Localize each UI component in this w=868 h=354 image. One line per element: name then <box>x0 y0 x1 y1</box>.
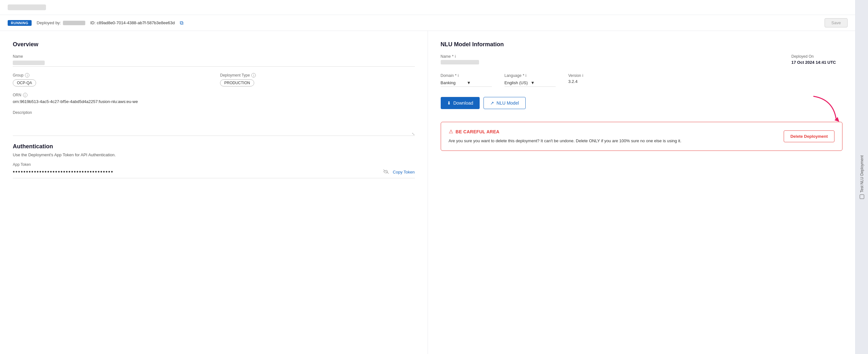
deployed-by-row: Deployed by: <box>37 21 85 25</box>
copy-token-link[interactable]: Copy Token <box>393 170 414 174</box>
careful-title: BE CAREFUL AREA <box>456 129 500 134</box>
nlu-model-button[interactable]: ↗ NLU Model <box>484 97 526 109</box>
deployed-on-label: Deployed On <box>792 54 842 59</box>
save-button[interactable]: Save <box>825 18 847 28</box>
download-button[interactable]: ⬇ Download <box>441 97 480 109</box>
nlu-language-select[interactable]: English (US) ▼ <box>504 79 556 87</box>
description-label: Description <box>13 110 415 115</box>
nlu-name-field: Name * i <box>441 54 479 66</box>
app-token-label: App Token <box>13 162 415 167</box>
nlu-domain-field: Domain * i Banking ▼ <box>441 73 492 87</box>
id-label: ID: <box>90 21 96 25</box>
resize-icon: ⤡ <box>412 132 415 136</box>
nlu-name-label: Name * i <box>441 54 479 59</box>
careful-area: ⚠ BE CAREFUL AREA Are you sure you want … <box>441 122 843 151</box>
orn-label: ORN i <box>13 93 415 97</box>
deployed-by-value-blur <box>63 21 85 25</box>
deployed-on-value: 17 Oct 2024 14:41 UTC <box>792 60 842 65</box>
action-buttons: ⬇ Download ↗ NLU Model <box>441 97 843 109</box>
deployment-id-row: ID: c89ad8e0-7014-4388-ab7f-587b3e8ee63d <box>90 21 175 25</box>
orn-info-icon[interactable]: i <box>23 93 28 97</box>
left-panel: Overview Name Group i OCP-QA <box>0 31 428 354</box>
nlu-domain-label: Domain * i <box>441 73 492 78</box>
description-textarea[interactable] <box>13 117 415 136</box>
description-textarea-wrapper: ⤡ <box>13 117 415 137</box>
status-badge: RUNNING <box>8 20 32 26</box>
nlu-version-value: 3.2.4 <box>568 79 594 84</box>
status-row: RUNNING Deployed by: ID: c89ad8e0-7014-4… <box>0 15 855 31</box>
nlu-domain-select[interactable]: Banking ▼ <box>441 79 492 87</box>
nlu-version-info-icon[interactable]: i <box>583 73 584 78</box>
nlu-deployed-on-field: Deployed On 17 Oct 2024 14:41 UTC <box>792 54 842 71</box>
deployment-type-field: Deployment Type i PRODUCTION <box>220 73 414 86</box>
name-value-blur <box>13 61 45 65</box>
token-dots: •••••••••••••••••••••••••••••••••••••• <box>13 169 379 175</box>
svg-marker-0 <box>834 117 839 122</box>
overview-title: Overview <box>13 41 415 48</box>
nlu-name-value-blur <box>441 60 479 64</box>
page-title-blur <box>8 4 46 10</box>
top-bar <box>0 0 855 15</box>
authentication-title: Authentication <box>13 143 415 150</box>
inline-fields-row: Group i OCP-QA Deployment Type i PRODUCT… <box>13 73 415 86</box>
sidebar-right-label: Test NLU Deployment <box>860 155 864 199</box>
nlu-middle-row: Domain * i Banking ▼ Language * i <box>441 73 843 92</box>
nlu-top-row: Name * i Deployed On 17 Oct 2024 14:41 U… <box>441 54 843 71</box>
nlu-language-label: Language * i <box>504 73 556 78</box>
group-field: Group i OCP-QA <box>13 73 207 86</box>
description-field-group: Description ⤡ <box>13 110 415 137</box>
nlu-version-label: Version i <box>568 73 594 78</box>
language-chevron-icon: ▼ <box>531 80 556 85</box>
deployment-type-value: PRODUCTION <box>220 79 254 86</box>
deployment-type-info-icon[interactable]: i <box>251 73 256 77</box>
nlu-name-info-icon[interactable]: i <box>455 54 456 59</box>
group-info-icon[interactable]: i <box>25 73 29 77</box>
careful-area-wrapper: ⚠ BE CAREFUL AREA Are you sure you want … <box>441 122 843 151</box>
copy-id-icon[interactable]: ⧉ <box>180 20 183 26</box>
sidebar-right-panel: Test NLU Deployment <box>855 0 868 354</box>
nlu-domain-info-icon[interactable]: i <box>458 73 459 78</box>
chat-icon <box>860 194 864 199</box>
download-icon: ⬇ <box>447 101 451 106</box>
auth-description: Use the Deployment's App Token for API A… <box>13 152 415 157</box>
deployment-type-label: Deployment Type i <box>220 73 414 77</box>
orn-value: orn:9619b513-4ac5-4c27-bf5e-4abd5d4a2257… <box>13 99 415 104</box>
group-value: OCP-QA <box>13 79 36 86</box>
delete-deployment-button[interactable]: Delete Deployment <box>784 131 834 142</box>
careful-content: ⚠ BE CAREFUL AREA Are you sure you want … <box>449 129 777 144</box>
main-content: RUNNING Deployed by: ID: c89ad8e0-7014-4… <box>0 0 855 354</box>
orn-field-group: ORN i orn:9619b513-4ac5-4c27-bf5e-4abd5d… <box>13 93 415 104</box>
nlu-language-info-icon[interactable]: i <box>526 73 527 78</box>
careful-header: ⚠ BE CAREFUL AREA <box>449 129 777 135</box>
name-label: Name <box>13 54 415 59</box>
right-panel: NLU Model Information Name * i Deployed … <box>428 31 856 354</box>
warning-icon: ⚠ <box>449 129 453 135</box>
careful-text: Are you sure you want to delete this dep… <box>449 138 777 144</box>
domain-chevron-icon: ▼ <box>467 80 492 85</box>
nlu-version-field: Version i 3.2.4 <box>568 73 594 92</box>
id-value: c89ad8e0-7014-4388-ab7f-587b3e8ee63d <box>97 21 175 25</box>
deployed-by-label: Deployed by: <box>37 21 61 25</box>
nlu-language-field: Language * i English (US) ▼ <box>504 73 556 87</box>
content-area: Overview Name Group i OCP-QA <box>0 31 855 354</box>
nlu-model-title: NLU Model Information <box>441 41 843 48</box>
token-row: •••••••••••••••••••••••••••••••••••••• C… <box>13 169 415 178</box>
name-field-group: Name <box>13 54 415 67</box>
group-label: Group i <box>13 73 207 77</box>
toggle-token-visibility-icon[interactable] <box>383 169 389 175</box>
external-link-icon: ↗ <box>490 101 494 106</box>
